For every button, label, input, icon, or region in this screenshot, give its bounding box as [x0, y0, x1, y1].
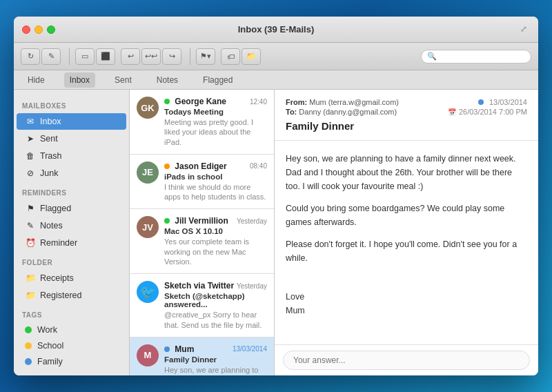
email-content-2: Jason Ediger 08:40 iPads in school I thi…	[164, 161, 267, 202]
work-dot	[25, 326, 32, 333]
status-dot-3	[164, 218, 170, 224]
tag-button[interactable]: 🏷	[221, 48, 240, 65]
email-item-3[interactable]: JV Jill Vermillion Yesterday Mac OS X 10…	[130, 209, 274, 274]
body-para-3: Please don't forget it. I hope you'll co…	[286, 237, 527, 265]
email-detail: From: Mum (terra.w@gmail.com) To: Danny …	[275, 90, 538, 375]
email-content-1: George Kane 12:40 Todays Meeting Meeting…	[164, 97, 267, 147]
sidebar-item-registered[interactable]: 📁 Registered	[17, 287, 126, 304]
family-dot	[25, 358, 32, 365]
registered-icon: 📁	[25, 290, 36, 301]
email-item-2[interactable]: JE Jason Ediger 08:40 iPads in school I …	[130, 155, 274, 210]
reply-input[interactable]	[283, 351, 530, 370]
email-time-1: 12:40	[250, 98, 267, 106]
folder-header: FOLDER	[14, 252, 129, 269]
toolbar: ↻ ✎ ▭ ⬛ ↩ ↩↩ ↪ ⚑▾ 🏷 📁 🔍	[14, 43, 538, 70]
avatar-3: JV	[137, 216, 159, 238]
inbox-icon: ✉	[25, 116, 36, 127]
email-preview-1: Meeting was pretty good. I liked your id…	[164, 117, 267, 147]
detail-date1-line: 13/03/2014	[448, 98, 527, 106]
sidebar-item-school[interactable]: School	[17, 338, 126, 353]
email-subject-5: Family Dinner	[164, 355, 267, 364]
email-item-1[interactable]: GK George Kane 12:40 Todays Meeting Meet…	[130, 90, 274, 155]
close-button[interactable]	[22, 26, 30, 34]
reply-button[interactable]: ↩	[121, 48, 140, 65]
email-subject-3: Mac OS X 10.10	[164, 227, 267, 235]
avatar-5: M	[137, 344, 159, 366]
archive-button[interactable]: ⬛	[96, 48, 115, 65]
email-item-5[interactable]: M Mum 13/03/2014 Family Dinner Hey son, …	[130, 337, 274, 375]
sidebar-item-family[interactable]: Family	[17, 354, 126, 369]
sidebar: MAILBOXES ✉ Inbox ➤ Sent 🗑 Trash ⊘ Junk …	[14, 90, 130, 375]
search-input[interactable]	[440, 52, 529, 61]
sent-icon: ➤	[25, 133, 36, 144]
detail-to: To: Danny (danny.g@gmail.com)	[286, 108, 399, 116]
email-content-5: Mum 13/03/2014 Family Dinner Hey son, we…	[164, 344, 267, 375]
email-preview-2: I think we should do more apps to help s…	[164, 182, 267, 202]
email-time-4: Yesterday	[237, 282, 267, 290]
status-dot-2	[164, 164, 170, 169]
traffic-lights	[22, 26, 55, 34]
sidebar-label-sent: Sent	[40, 134, 58, 144]
school-dot	[25, 342, 32, 349]
sidebar-item-junk[interactable]: ⊘ Junk	[17, 165, 126, 182]
tab-hide[interactable]: Hide	[22, 72, 50, 88]
sidebar-label-junk: Junk	[40, 168, 58, 178]
reply-all-button[interactable]: ↩↩	[141, 48, 161, 65]
sidebar-label-family: Family	[37, 357, 63, 366]
move-button[interactable]: 📁	[241, 48, 261, 65]
sidebar-label-reminder: Reminder	[40, 238, 77, 248]
sidebar-item-sent[interactable]: ➤ Sent	[17, 130, 126, 147]
sidebar-item-work[interactable]: Work	[17, 322, 126, 337]
compose-button[interactable]: ✎	[41, 48, 61, 65]
main-content: MAILBOXES ✉ Inbox ➤ Sent 🗑 Trash ⊘ Junk …	[14, 90, 538, 375]
detail-from: From: Mum (terra.w@gmail.com)	[286, 98, 399, 106]
tab-notes[interactable]: Notes	[151, 72, 184, 88]
search-bar: 🔍	[421, 50, 531, 63]
sidebar-item-receipts[interactable]: 📁 Receipts	[17, 270, 126, 286]
forward-button[interactable]: ↪	[162, 48, 181, 65]
refresh-button[interactable]: ↻	[21, 48, 40, 65]
sidebar-label-notes: Notes	[40, 221, 63, 231]
tab-flagged[interactable]: Flagged	[197, 72, 238, 88]
sidebar-item-reminder[interactable]: ⏰ Reminder	[17, 235, 126, 251]
email-item-4[interactable]: 🐦 Sketch via Twitter Yesterday Sketch (@…	[130, 274, 274, 337]
email-sender-3: Jill Vermillion	[164, 216, 228, 226]
zoom-button[interactable]	[47, 26, 55, 34]
avatar-1: GK	[137, 97, 159, 119]
sidebar-item-flagged[interactable]: ⚑ Flagged	[17, 200, 126, 217]
detail-date2: 26/03/2014 7:00 PM	[459, 108, 527, 116]
email-time-3: Yesterday	[237, 217, 267, 225]
body-para-2: Could you bring some boardgames? We coul…	[286, 202, 527, 229]
tab-sent[interactable]: Sent	[109, 72, 137, 88]
detail-date1: 13/03/2014	[489, 98, 527, 106]
junk-icon: ⊘	[25, 168, 36, 179]
email-content-4: Sketch via Twitter Yesterday Sketch (@sk…	[164, 281, 267, 330]
notes-icon: ✎	[25, 220, 36, 231]
email-sender-2: Jason Ediger	[164, 161, 227, 171]
detail-date2-line: 📅 26/03/2014 7:00 PM	[448, 108, 527, 116]
sidebar-item-notes[interactable]: ✎ Notes	[17, 217, 126, 234]
minimize-button[interactable]	[34, 26, 43, 34]
sidebar-item-trash[interactable]: 🗑 Trash	[17, 148, 126, 164]
sidebar-label-receipts: Receipts	[40, 273, 74, 283]
separator-2	[190, 48, 190, 65]
email-content-3: Jill Vermillion Yesterday Mac OS X 10.10…	[164, 216, 267, 266]
reminder-icon: ⏰	[25, 237, 36, 248]
detail-meta-row: From: Mum (terra.w@gmail.com) To: Danny …	[286, 98, 527, 117]
sidebar-item-inbox[interactable]: ✉ Inbox	[17, 113, 126, 130]
email-preview-3: Yes our complete team is working on the …	[164, 237, 267, 266]
email-time-2: 08:40	[250, 162, 267, 170]
email-preview-4: @creative_px Sorry to hear that. Send us…	[164, 310, 267, 330]
tab-inbox[interactable]: Inbox	[64, 72, 95, 88]
flag-button[interactable]: ⚑▾	[196, 48, 215, 65]
avatar-4: 🐦	[137, 281, 159, 303]
expand-button[interactable]: ⤢	[520, 24, 531, 35]
sidebar-label-trash: Trash	[40, 151, 62, 161]
status-dot-5	[164, 346, 170, 352]
sidebar-label-inbox: Inbox	[40, 117, 61, 126]
window-title: Inbox (39 E-Mails)	[238, 24, 315, 35]
delete-button[interactable]: ▭	[75, 48, 95, 65]
detail-header: From: Mum (terra.w@gmail.com) To: Danny …	[275, 90, 538, 141]
email-sender-4: Sketch via Twitter	[164, 281, 234, 291]
detail-subject: Family Dinner	[286, 120, 527, 132]
